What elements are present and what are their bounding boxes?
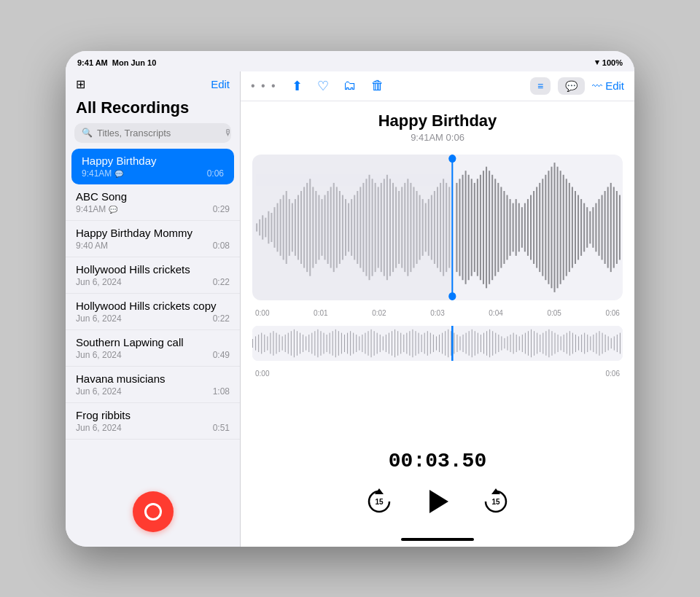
svg-rect-33 <box>351 199 352 256</box>
edit-recording-button[interactable]: 〰 Edit <box>592 79 624 92</box>
svg-rect-113 <box>592 207 594 248</box>
toolbar-right: ≡ 💬 〰 Edit <box>530 77 624 95</box>
svg-rect-88 <box>518 203 520 251</box>
svg-rect-77 <box>486 166 487 288</box>
list-item[interactable]: Happy Birthday Mommy 9:40 AM 0:08 <box>66 221 240 257</box>
sidebar-toggle-icon[interactable]: ⊞ <box>76 77 85 91</box>
svg-rect-175 <box>394 329 395 356</box>
list-item[interactable]: Frog ribbits Jun 6, 2024 0:51 <box>66 403 240 440</box>
playback-controls: 15 15 <box>241 475 634 532</box>
svg-rect-93 <box>533 191 534 264</box>
svg-rect-189 <box>436 336 437 350</box>
svg-rect-167 <box>371 329 372 356</box>
folder-icon[interactable]: 🗂 <box>343 78 357 93</box>
svg-rect-84 <box>506 195 508 260</box>
recording-title-area: Happy Birthday 9:41AM 0:06 <box>241 101 634 147</box>
skip-back-button[interactable]: 15 <box>365 487 394 516</box>
svg-rect-127 <box>252 339 253 348</box>
favorite-icon[interactable]: ♡ <box>317 78 329 94</box>
svg-rect-47 <box>392 182 394 271</box>
search-input[interactable] <box>97 128 219 138</box>
svg-rect-173 <box>389 332 389 354</box>
search-bar[interactable]: 🔍 🎙 <box>74 123 231 143</box>
play-button[interactable] <box>420 484 455 519</box>
recording-date: Jun 6, 2024 <box>76 386 122 397</box>
recording-duration: 0:06 <box>207 168 224 179</box>
skip-back-icon: 15 <box>365 487 394 516</box>
svg-rect-122 <box>619 195 621 260</box>
filters-icon: ≡ <box>537 80 543 92</box>
svg-rect-148 <box>314 331 315 356</box>
list-item[interactable]: Happy Birthday 9:41AM 💬 0:06 <box>71 149 234 184</box>
svg-rect-201 <box>472 329 472 356</box>
svg-rect-54 <box>413 187 414 268</box>
recording-duration: 0:49 <box>213 350 230 360</box>
svg-rect-196 <box>456 335 457 352</box>
recording-date: Jun 6, 2024 <box>76 313 122 324</box>
skip-forward-button[interactable]: 15 <box>481 487 510 516</box>
svg-rect-96 <box>542 179 543 276</box>
svg-rect-163 <box>359 336 359 350</box>
svg-rect-139 <box>288 332 289 354</box>
svg-rect-192 <box>445 331 446 356</box>
svg-rect-157 <box>341 332 342 354</box>
svg-rect-111 <box>586 207 588 248</box>
svg-rect-131 <box>264 335 265 352</box>
waveform-main[interactable] <box>252 155 623 300</box>
svg-rect-235 <box>572 332 573 354</box>
transcript-button[interactable]: 💬 <box>558 77 585 95</box>
svg-rect-23 <box>321 199 322 256</box>
svg-rect-205 <box>483 332 484 354</box>
svg-rect-203 <box>478 332 478 354</box>
battery-label: 100% <box>602 58 623 67</box>
svg-rect-240 <box>587 335 588 352</box>
svg-rect-222 <box>534 331 534 356</box>
svg-rect-247 <box>608 336 609 350</box>
recording-date: Jun 6, 2024 <box>76 277 122 287</box>
svg-rect-56 <box>419 195 421 260</box>
svg-rect-48 <box>395 187 397 268</box>
svg-rect-42 <box>378 187 379 268</box>
recording-meta: Jun 6, 2024 0:22 <box>76 313 230 324</box>
record-inner <box>144 503 162 520</box>
svg-rect-120 <box>613 187 615 268</box>
svg-rect-78 <box>489 171 490 284</box>
sidebar-footer <box>66 483 240 547</box>
list-item[interactable]: Southern Lapwing call Jun 6, 2024 0:49 <box>66 330 240 367</box>
svg-rect-132 <box>267 336 268 350</box>
svg-rect-146 <box>308 335 309 352</box>
more-options-icon[interactable]: • • • <box>251 79 277 93</box>
svg-rect-99 <box>551 166 552 288</box>
recording-date: 9:41AM 💬 <box>82 168 123 179</box>
list-item[interactable]: Havana musicians Jun 6, 2024 1:08 <box>66 367 240 403</box>
recording-title: Southern Lapwing call <box>76 336 230 348</box>
recording-meta: 9:41AM 💬 0:06 <box>82 168 224 179</box>
svg-rect-181 <box>412 329 413 356</box>
svg-rect-207 <box>489 329 490 356</box>
svg-rect-184 <box>421 335 422 352</box>
svg-rect-74 <box>477 179 478 276</box>
svg-rect-142 <box>297 331 298 356</box>
svg-rect-220 <box>528 331 529 356</box>
svg-rect-224 <box>540 335 540 352</box>
svg-rect-238 <box>581 335 582 352</box>
trash-icon[interactable]: 🗑 <box>371 78 384 93</box>
mic-icon[interactable]: 🎙 <box>224 128 233 138</box>
svg-rect-241 <box>590 336 591 350</box>
list-item[interactable]: ABC Song 9:41AM 💬 0:29 <box>66 184 240 221</box>
filters-button[interactable]: ≡ <box>530 77 551 95</box>
time-label: 0:03 <box>430 309 444 317</box>
list-item[interactable]: Hollywood Hills crickets copy Jun 6, 202… <box>66 294 240 330</box>
svg-rect-233 <box>567 332 567 354</box>
svg-rect-85 <box>510 199 511 256</box>
share-icon[interactable]: ⬆ <box>292 78 303 94</box>
waveform-mini[interactable] <box>252 326 623 361</box>
status-time: 9:41 AM <box>77 58 108 67</box>
svg-rect-154 <box>332 331 333 356</box>
time-display: 00:03.50 <box>241 444 634 475</box>
record-button[interactable] <box>133 491 174 532</box>
edit-button[interactable]: Edit <box>211 78 230 90</box>
svg-rect-35 <box>357 191 358 264</box>
list-item[interactable]: Hollywood Hills crickets Jun 6, 2024 0:2… <box>66 257 240 294</box>
recording-title: Happy Birthday <box>82 155 224 167</box>
